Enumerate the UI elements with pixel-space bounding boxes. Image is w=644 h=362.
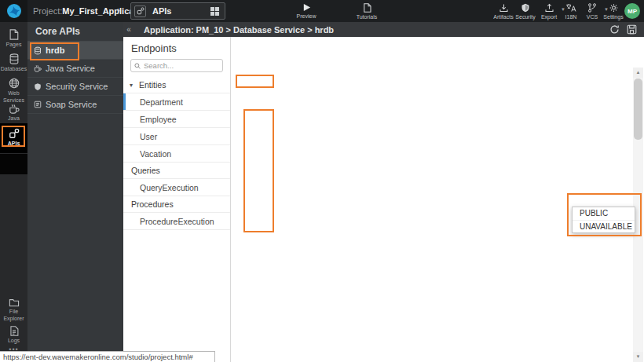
endpoint-item-department[interactable]: Department	[123, 93, 230, 111]
security-label: Security	[515, 14, 535, 20]
content-header-bar: Application: PM_10 > Database Service > …	[123, 22, 644, 37]
sidebar-item-logs[interactable]: Logs	[0, 326, 27, 345]
endpoint-item-user[interactable]: User	[123, 128, 230, 145]
core-api-item-label: hrdb	[46, 46, 64, 55]
sidebar-item-web-services[interactable]: Web Services	[0, 78, 27, 104]
coffee-icon	[9, 104, 20, 114]
artifacts-download-icon	[499, 3, 509, 13]
sidebar-item-label: Logs	[8, 338, 20, 345]
dropdown-option-public[interactable]: PUBLIC	[573, 207, 635, 220]
settings-button[interactable]: ▼ Settings	[600, 3, 627, 20]
database-icon	[9, 53, 20, 64]
export-upload-icon	[544, 3, 554, 13]
endpoints-group-queries[interactable]: Queries	[123, 163, 230, 179]
sidebar-divider-block	[0, 154, 27, 174]
play-icon	[302, 3, 311, 12]
scroll-down-button[interactable]	[633, 352, 643, 362]
access-dropdown-menu: PUBLIC UNAVAILABLE	[572, 207, 635, 233]
endpoint-item-queryexecution[interactable]: QueryExecution	[123, 179, 230, 196]
sidebar-item-pages[interactable]: Pages	[0, 29, 27, 49]
sidebar-item-apis[interactable]: APIs	[0, 128, 27, 148]
endpoints-search[interactable]	[130, 59, 223, 72]
core-api-item-soap-service[interactable]: Soap Service	[27, 96, 123, 114]
apis-icon	[134, 5, 146, 17]
sidebar-item-databases[interactable]: Databases	[0, 53, 27, 73]
main-content	[231, 37, 644, 362]
vcs-label: VCS	[587, 14, 598, 20]
core-api-item-label: Security Service	[46, 82, 108, 91]
shield-icon	[34, 82, 42, 91]
sidebar-item-label: Databases	[1, 66, 27, 73]
sidebar-item-label: Web Services	[0, 90, 27, 104]
pages-icon	[9, 29, 19, 40]
settings-label: Settings	[603, 14, 623, 20]
i18n-label: I18N	[565, 14, 577, 20]
export-label: Export	[541, 14, 557, 20]
folder-icon	[9, 298, 20, 307]
core-apis-title: Core APIs	[27, 22, 123, 42]
endpoints-search-input[interactable]	[144, 61, 214, 70]
security-button[interactable]: Security	[512, 3, 539, 20]
endpoint-item-employee[interactable]: Employee	[123, 111, 230, 128]
shield-icon	[521, 3, 530, 13]
core-api-item-label: Soap Service	[46, 100, 97, 109]
core-api-item-security-service[interactable]: Security Service	[27, 78, 123, 96]
endpoints-group-procedures[interactable]: Procedures	[123, 196, 230, 213]
sidebar-item-label: Pages	[6, 42, 22, 49]
user-avatar[interactable]: MP	[624, 3, 640, 19]
scrollbar-thumb[interactable]	[634, 79, 642, 140]
branch-icon	[587, 3, 597, 13]
wavemaker-logo-icon	[6, 3, 22, 19]
sidebar-item-label: APIs	[8, 141, 20, 148]
breadcrumb: Application: PM_10 > Database Service > …	[144, 25, 609, 35]
save-button[interactable]	[627, 24, 637, 35]
i18n-icon	[565, 3, 576, 13]
core-apis-panel: Core APIs hrdb Java Service Security Ser…	[27, 22, 123, 362]
search-icon	[134, 63, 141, 69]
scroll-up-button[interactable]	[633, 68, 643, 78]
grid-icon[interactable]	[210, 7, 219, 16]
globe-icon	[9, 78, 20, 89]
endpoints-panel: Endpoints Entities Department Employee U…	[123, 37, 231, 362]
endpoint-item-vacation[interactable]: Vacation	[123, 145, 230, 163]
core-api-item-java-service[interactable]: Java Service	[27, 60, 123, 78]
coffee-icon	[34, 64, 42, 72]
database-icon	[34, 46, 42, 55]
left-icon-sidebar: Pages Databases Web Services Java Servic…	[0, 22, 27, 362]
project-prefix: Project:	[33, 6, 62, 16]
collapse-panel-icon[interactable]	[123, 25, 134, 34]
core-api-item-hrdb[interactable]: hrdb	[27, 42, 123, 60]
preview-label: Preview	[297, 13, 317, 19]
artifacts-label: Artifacts	[493, 14, 513, 20]
dropdown-option-unavailable[interactable]: UNAVAILABLE	[573, 220, 635, 232]
endpoint-item-procedureexecution[interactable]: ProcedureExecution	[123, 213, 230, 230]
status-url-tooltip: https://ent-dev.wavemakeronline.com/stud…	[0, 351, 215, 362]
apis-icon	[9, 128, 20, 139]
tutorials-button[interactable]: Tutorials	[353, 3, 380, 20]
refresh-button[interactable]	[609, 24, 620, 35]
endpoints-group-entities[interactable]: Entities	[123, 77, 230, 93]
gear-icon	[609, 3, 619, 13]
sidebar-item-label: File Explorer	[0, 309, 27, 323]
tab-apis-label: APIs	[152, 6, 210, 16]
top-bar: Project:My_First_Application › APIs Prev…	[0, 0, 644, 22]
core-api-item-label: Java Service	[46, 64, 95, 73]
soap-icon	[34, 101, 42, 108]
tutorials-label: Tutorials	[357, 14, 378, 20]
tab-apis[interactable]: APIs	[130, 2, 225, 20]
logs-icon	[9, 326, 19, 336]
document-icon	[363, 3, 371, 13]
sidebar-item-file-explorer[interactable]: File Explorer	[0, 298, 27, 323]
chevron-right-icon: ›	[117, 5, 120, 16]
endpoints-title: Endpoints	[123, 37, 230, 58]
preview-button[interactable]: Preview	[293, 3, 320, 19]
wavemaker-logo[interactable]	[0, 0, 27, 22]
